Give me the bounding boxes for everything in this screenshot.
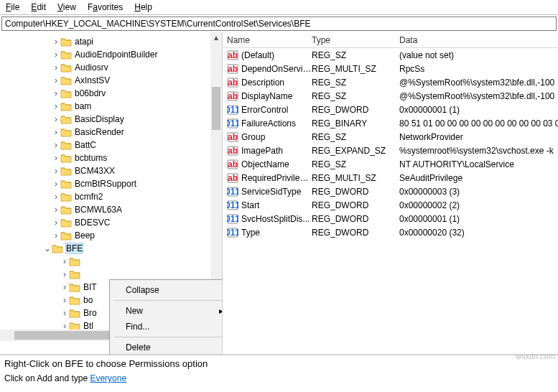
folder-icon — [60, 218, 72, 228]
expand-icon[interactable]: › — [52, 127, 60, 137]
expand-icon[interactable]: › — [52, 37, 60, 47]
value-row[interactable]: ObjectName REG_SZ NT AUTHORITY\LocalServ… — [223, 157, 558, 171]
expand-icon[interactable]: › — [52, 50, 60, 60]
values-list-pane: Name Type Data (Default) REG_SZ (value n… — [223, 32, 558, 354]
value-row[interactable]: DisplayName REG_SZ @%SystemRoot%\system3… — [223, 89, 558, 103]
value-row[interactable]: Group REG_SZ NetworkProvider — [223, 130, 558, 144]
folder-icon — [60, 230, 72, 241]
expand-icon[interactable]: › — [60, 308, 69, 318]
expand-icon[interactable]: › — [52, 166, 60, 176]
binary-value-icon — [227, 104, 238, 116]
value-row[interactable]: ServiceSidType REG_DWORD 0x00000003 (3) — [223, 185, 558, 198]
value-name: DependOnService — [241, 64, 312, 74]
value-data: NetworkProvider — [399, 132, 558, 142]
value-data: @%SystemRoot%\system32\bfe.dll,-100 — [399, 78, 558, 88]
menu-edit[interactable]: Edit — [31, 2, 46, 12]
value-name: ObjectName — [241, 159, 312, 169]
string-value-icon — [227, 63, 238, 75]
string-value-icon — [227, 131, 238, 143]
value-data: 0x00000003 (3) — [399, 187, 558, 197]
string-value-icon — [227, 90, 238, 102]
folder-icon — [60, 166, 72, 176]
value-row[interactable]: Type REG_DWORD 0x00000020 (32) — [223, 225, 558, 239]
col-name[interactable]: Name — [227, 35, 312, 45]
expand-icon[interactable]: › — [52, 140, 60, 150]
tree-item[interactable]: ›BCMWL63A — [0, 203, 222, 216]
tree-item-selected[interactable]: ⌄BFE — [0, 242, 222, 255]
ctx-delete[interactable]: Delete — [111, 340, 223, 354]
expand-icon[interactable]: › — [52, 218, 60, 228]
expand-icon[interactable]: › — [52, 230, 60, 241]
folder-icon — [60, 37, 72, 47]
value-data: 80 51 01 00 00 00 00 00 00 00 00 00 03 0… — [399, 118, 558, 129]
expand-icon[interactable]: › — [60, 282, 69, 292]
string-value-icon — [227, 145, 238, 157]
value-data: @%SystemRoot%\system32\bfe.dll,-100 — [399, 91, 558, 101]
collapse-icon[interactable]: ⌄ — [43, 243, 52, 253]
value-row[interactable]: ErrorControl REG_DWORD 0x00000001 (1) — [223, 103, 558, 116]
menu-favorites[interactable]: Favorites — [88, 2, 123, 12]
value-type: REG_DWORD — [312, 214, 399, 224]
tree-item[interactable]: ›AxInstSV — [0, 74, 222, 87]
tree-item[interactable]: ›BCM43XX — [0, 164, 222, 177]
expand-icon[interactable]: › — [52, 192, 60, 202]
tree-item[interactable]: ›bcbtums — [0, 151, 222, 164]
value-type: REG_MULTI_SZ — [312, 173, 399, 183]
tree-item[interactable]: ›BasicDisplay — [0, 113, 222, 126]
tree-item[interactable]: ›BasicRender — [0, 126, 222, 139]
expand-icon[interactable]: › — [52, 62, 60, 73]
binary-value-icon — [227, 213, 238, 225]
col-data[interactable]: Data — [399, 35, 558, 45]
value-row[interactable]: DependOnService REG_MULTI_SZ RpcSs — [223, 62, 558, 75]
value-row[interactable]: RequiredPrivileg... REG_MULTI_SZ SeAudit… — [223, 171, 558, 185]
expand-icon[interactable]: › — [52, 153, 60, 163]
value-data: RpcSs — [399, 64, 558, 74]
value-data: %systemroot%\system32\svchost.exe -k — [399, 146, 558, 156]
column-headers[interactable]: Name Type Data — [223, 32, 558, 48]
expand-icon[interactable]: › — [52, 205, 60, 215]
value-row[interactable]: SvcHostSplitDis... REG_DWORD 0x00000001 … — [223, 212, 558, 225]
tree-item[interactable]: ›AudioEndpointBuilder — [0, 48, 222, 61]
expand-icon[interactable]: › — [60, 295, 69, 305]
value-row[interactable]: ImagePath REG_EXPAND_SZ %systemroot%\sys… — [223, 144, 558, 157]
everyone-link[interactable]: Everyone — [90, 373, 126, 383]
ctx-find[interactable]: Find... — [111, 319, 223, 335]
value-row[interactable]: Description REG_SZ @%SystemRoot%\system3… — [223, 75, 558, 89]
value-type: REG_DWORD — [312, 105, 399, 115]
expand-icon[interactable]: › — [60, 256, 69, 266]
string-value-icon — [227, 172, 238, 184]
menu-help[interactable]: Help — [134, 2, 152, 12]
ctx-collapse[interactable]: Collapse — [111, 282, 223, 298]
value-type: REG_SZ — [312, 78, 399, 88]
tree-item[interactable]: ›bcmfn2 — [0, 190, 222, 203]
tree-item[interactable]: ›BcmBtRSupport — [0, 177, 222, 190]
expand-icon[interactable]: › — [52, 88, 60, 98]
expand-icon[interactable]: › — [52, 101, 60, 111]
col-type[interactable]: Type — [312, 35, 399, 45]
chevron-right-icon: ▸ — [219, 306, 223, 316]
folder-icon — [60, 153, 72, 163]
folder-icon — [60, 75, 72, 85]
expand-icon[interactable]: › — [52, 75, 60, 85]
expand-icon[interactable]: › — [60, 269, 69, 279]
tree-item[interactable]: ›Audiosrv — [0, 61, 222, 74]
string-value-icon — [227, 50, 238, 61]
tree-item[interactable]: ›BDESVC — [0, 216, 222, 229]
tree-item[interactable]: ›b06bdrv — [0, 87, 222, 100]
menu-view[interactable]: View — [57, 2, 76, 12]
tree-item[interactable]: ›BattC — [0, 139, 222, 151]
value-row[interactable]: FailureActions REG_BINARY 80 51 01 00 00… — [223, 116, 558, 130]
ctx-new[interactable]: New▸ — [111, 303, 223, 319]
menu-file[interactable]: File — [6, 2, 19, 12]
watermark: wsxdn.com — [516, 352, 555, 360]
expand-icon[interactable]: › — [52, 114, 60, 124]
value-row[interactable]: (Default) REG_SZ (value not set) — [223, 48, 558, 62]
value-name: SvcHostSplitDis... — [241, 214, 312, 224]
tree-item[interactable]: ›Beep — [0, 229, 222, 242]
expand-icon[interactable]: › — [52, 179, 60, 189]
tree-item[interactable]: ›bam — [0, 100, 222, 113]
tree-item[interactable]: ›atapi — [0, 35, 222, 48]
value-row[interactable]: Start REG_DWORD 0x00000002 (2) — [223, 198, 558, 212]
address-bar[interactable]: Computer\HKEY_LOCAL_MACHINE\SYSTEM\Curre… — [1, 17, 557, 31]
tree-item[interactable]: › — [0, 255, 222, 268]
